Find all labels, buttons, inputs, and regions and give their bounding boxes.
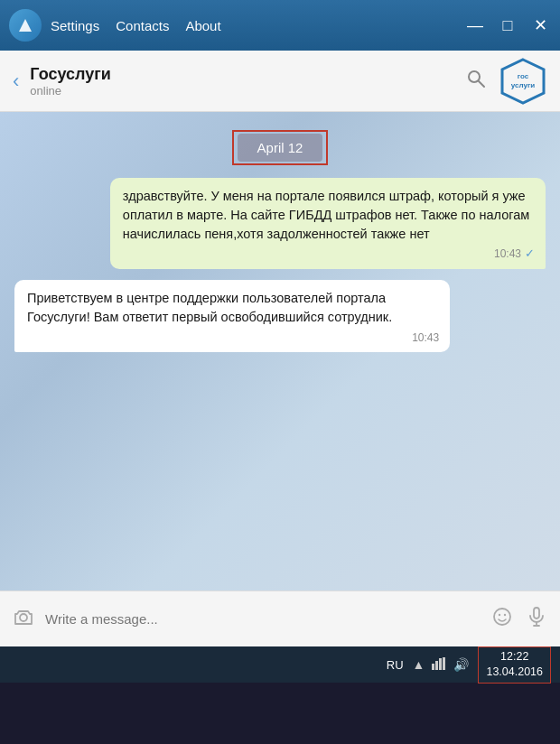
chat-area: April 12 здравствуйте. У меня на портале… (0, 112, 560, 591)
svg-rect-9 (534, 608, 539, 618)
svg-rect-13 (435, 661, 438, 670)
emoji-icon[interactable] (491, 606, 513, 633)
svg-point-0 (469, 71, 480, 82)
svg-text:гос: гос (518, 72, 529, 80)
menu-about[interactable]: About (185, 18, 220, 33)
back-button[interactable]: ‹ (13, 70, 19, 93)
message-text: здравствуйте. У меня на портале появился… (123, 189, 529, 241)
tray-arrow-icon: ▲ (413, 657, 425, 672)
message-text: Приветствуем в центре поддержки пользова… (27, 291, 392, 324)
language-indicator: RU (387, 658, 404, 672)
message-time: 10:43 (494, 246, 521, 262)
minimize-button[interactable]: — (464, 14, 486, 36)
chat-status: online (30, 84, 466, 98)
clock-date: 13.04.2016 (486, 665, 543, 681)
message-received-1: Приветствуем в центре поддержки пользова… (14, 280, 450, 352)
clock-time: 12:22 (486, 649, 543, 665)
close-button[interactable]: ✕ (529, 14, 551, 36)
menu-contacts[interactable]: Contacts (116, 18, 169, 33)
svg-point-5 (20, 614, 27, 621)
header-right: гос услуги (466, 57, 547, 106)
title-bar: Settings Contacts About — □ ✕ (0, 0, 560, 51)
message-meta: 10:43 (412, 330, 439, 346)
messages-list: здравствуйте. У меня на портале появился… (14, 178, 546, 352)
menu-bar: Settings Contacts About (51, 18, 464, 33)
search-icon[interactable] (466, 69, 486, 93)
message-meta: 10:43 ✓ (494, 246, 535, 263)
chat-name: Госуслуги (30, 65, 466, 84)
date-badge-wrapper: April 12 (232, 130, 329, 165)
svg-text:услуги: услуги (511, 81, 535, 89)
network-icon (432, 657, 446, 673)
svg-point-8 (504, 613, 506, 615)
microphone-icon[interactable] (526, 606, 547, 633)
chat-info: Госуслуги online (30, 65, 466, 98)
svg-rect-14 (439, 658, 442, 670)
svg-rect-12 (432, 664, 434, 670)
menu-settings[interactable]: Settings (51, 18, 99, 33)
app-logo (9, 9, 42, 42)
taskbar: RU ▲ 🔊 12:22 13.04.2016 (0, 646, 560, 683)
maximize-button[interactable]: □ (497, 14, 518, 36)
svg-line-1 (479, 81, 484, 87)
input-right-icons (491, 606, 547, 633)
gosuslugi-logo: гос услуги (499, 57, 547, 106)
taskbar-system-icons: ▲ 🔊 (413, 657, 470, 673)
input-bar (0, 591, 560, 646)
chat-header: ‹ Госуслуги online гос услуги (0, 51, 560, 112)
volume-icon: 🔊 (453, 657, 469, 672)
date-badge: April 12 (238, 134, 323, 162)
svg-rect-15 (443, 657, 445, 670)
svg-point-7 (499, 613, 500, 615)
clock-widget: 12:22 13.04.2016 (478, 646, 551, 684)
svg-point-6 (494, 609, 510, 625)
message-input[interactable] (45, 611, 481, 627)
message-sent-1: здравствуйте. У меня на портале появился… (110, 178, 546, 269)
camera-icon[interactable] (13, 606, 34, 633)
message-time: 10:43 (412, 330, 439, 346)
window-controls: — □ ✕ (464, 14, 551, 36)
read-checkmark-icon: ✓ (525, 246, 535, 263)
